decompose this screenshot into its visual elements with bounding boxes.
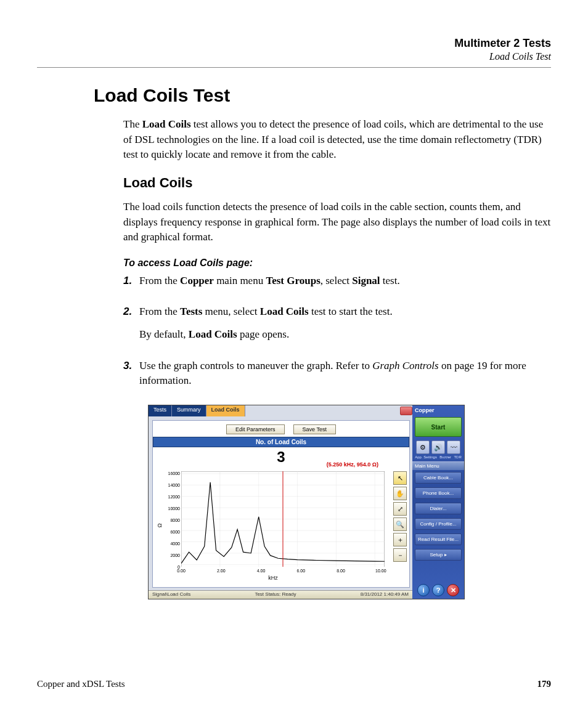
menu-dialer[interactable]: Dialer... <box>415 503 462 514</box>
step-body: Use the graph controls to maneuver the g… <box>139 359 551 396</box>
pointer-tool-icon[interactable]: ↖ <box>393 471 407 485</box>
step-number: 2. <box>123 304 139 349</box>
x-tick: 10.00 <box>375 569 386 573</box>
load-coils-description: The load coils function detects the pres… <box>123 200 551 245</box>
zoom-in-tool-icon[interactable]: ＋ <box>393 533 407 546</box>
zoom-selection-tool-icon[interactable]: ⤢ <box>393 502 407 516</box>
header-chapter: Multimeter 2 Tests <box>37 37 551 50</box>
main-content: Edit Parameters Save Test No. of Load Co… <box>152 420 410 588</box>
menu-phone-book[interactable]: Phone Book... <box>415 487 462 499</box>
page-footer: Copper and xDSL Tests 179 <box>37 679 551 689</box>
save-test-button[interactable]: Save Test <box>293 424 336 434</box>
status-timestamp: 8/31/2012 1:40:49 AM <box>357 591 414 599</box>
header-rule <box>37 67 551 68</box>
info-icon[interactable]: i <box>417 584 430 596</box>
y-tick: 2000 <box>161 553 180 558</box>
status-bar: Signal\Load Coils Test Status: Ready 8/3… <box>149 590 414 599</box>
chart-marker-label: (5.250 kHz, 954.0 Ω) <box>327 461 378 468</box>
app-settings-icon[interactable]: ⚙ <box>416 440 430 454</box>
zoom-out-tool-icon[interactable]: － <box>393 548 407 562</box>
step-2: 2. From the Tests menu, select Load Coil… <box>123 304 551 349</box>
pan-tool-icon[interactable]: ✋ <box>393 487 407 500</box>
page-number: 179 <box>537 679 552 689</box>
device-screenshot: Tests Summary Load Coils Edit Parameters… <box>148 405 465 599</box>
icon-label: TDR <box>454 455 461 459</box>
status-text: Test Status: Ready <box>194 591 356 599</box>
step-1: 1. From the Copper main menu Test Groups… <box>123 274 551 296</box>
tab-bar: Tests Summary Load Coils <box>149 405 245 416</box>
step-body: From the Tests menu, select Load Coils t… <box>139 304 551 349</box>
header-section: Load Coils Test <box>37 51 551 62</box>
tdr-icon[interactable]: 〰 <box>447 440 460 454</box>
menu-config-profile[interactable]: Config / Profile... <box>415 518 462 530</box>
subheading-load-coils: Load Coils <box>123 175 551 191</box>
main-panel: Tests Summary Load Coils Edit Parameters… <box>149 405 414 599</box>
tab-load-coils[interactable]: Load Coils <box>206 405 245 416</box>
y-tick: 12000 <box>161 495 180 499</box>
y-tick: 16000 <box>161 471 180 476</box>
step-number: 3. <box>123 359 139 396</box>
intro-paragraph: The Load Coils test allows you to detect… <box>123 117 551 163</box>
page-header: Multimeter 2 Tests Load Coils Test <box>37 37 551 62</box>
step-number: 1. <box>123 274 139 296</box>
start-button[interactable]: Start <box>415 417 462 437</box>
menu-header: Main Menu <box>412 461 464 470</box>
status-path: Signal\Load Coils <box>149 591 194 599</box>
step-3: 3. Use the graph controls to maneuver th… <box>123 359 551 396</box>
chart-tools: ↖ ✋ ⤢ 🔍 ＋ － <box>393 471 407 562</box>
buzzer-icon[interactable]: 🔊 <box>431 440 445 454</box>
step-body: From the Copper main menu Test Groups, s… <box>139 274 551 296</box>
footer-title: Copper and xDSL Tests <box>37 679 125 689</box>
impedance-chart[interactable] <box>181 471 385 567</box>
x-tick: 8.00 <box>337 569 345 573</box>
icon-label: App. Settings <box>415 455 437 459</box>
y-tick: 14000 <box>161 483 180 487</box>
y-tick: 6000 <box>161 530 180 534</box>
help-icon[interactable]: ? <box>432 584 444 596</box>
tab-tests[interactable]: Tests <box>149 405 172 416</box>
chart-area[interactable]: Ω kHz 0200040006000800010000120001400016… <box>159 471 387 580</box>
connection-indicator-icon <box>400 407 412 415</box>
zoom-tool-icon[interactable]: 🔍 <box>393 517 407 531</box>
y-axis-label: Ω <box>157 524 163 528</box>
edit-parameters-button[interactable]: Edit Parameters <box>226 424 285 434</box>
page-title: Load Coils Test <box>94 85 551 106</box>
side-panel: Copper Start ⚙ 🔊 〰 App. Settings Buzzer … <box>412 405 464 599</box>
x-tick: 0.00 <box>177 569 186 573</box>
side-panel-title: Copper <box>412 405 464 415</box>
x-tick: 2.00 <box>217 569 226 573</box>
y-tick: 10000 <box>161 506 180 511</box>
menu-read-result[interactable]: Read Result File... <box>415 533 462 545</box>
close-icon[interactable]: ✕ <box>447 584 459 596</box>
y-tick: 8000 <box>161 518 180 522</box>
result-title-bar: No. of Load Coils <box>153 437 409 447</box>
y-tick: 4000 <box>161 542 180 546</box>
x-tick: 4.00 <box>257 569 266 573</box>
x-tick: 6.00 <box>296 569 305 573</box>
instruction-title: To access Load Coils page: <box>123 258 551 269</box>
icon-label: Buzzer <box>439 455 451 459</box>
menu-cable-book[interactable]: Cable Book... <box>415 472 462 484</box>
tab-summary[interactable]: Summary <box>172 405 206 416</box>
menu-setup[interactable]: Setup ▸ <box>415 549 462 561</box>
x-axis-label: kHz <box>268 575 278 581</box>
